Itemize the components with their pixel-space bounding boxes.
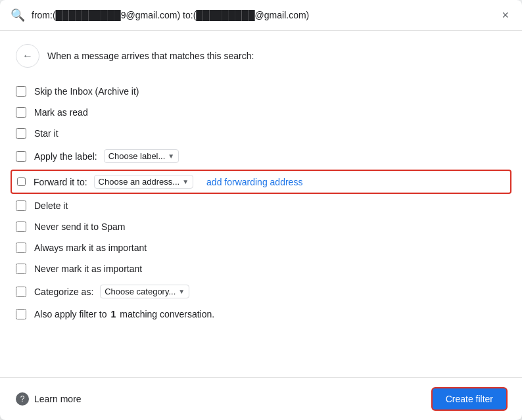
- checkbox-also-apply[interactable]: [16, 309, 26, 319]
- checkbox-never-spam[interactable]: [16, 222, 26, 232]
- choose-address-arrow: ▼: [182, 178, 189, 185]
- choose-category-text: Choose category...: [105, 287, 176, 296]
- label-forward-it: Forward it to: Choose an address... ▼: [34, 175, 193, 189]
- search-icon: 🔍: [11, 8, 25, 22]
- forward-it-inner: Forward it to: Choose an address... ▼ ad…: [17, 175, 505, 189]
- checkbox-delete-it[interactable]: [16, 200, 26, 211]
- add-forwarding-address-link[interactable]: add forwarding address: [206, 177, 302, 187]
- option-row-always-important: Always mark it as important: [16, 237, 506, 258]
- option-row-also-apply: Also apply filter to 1 matching conversa…: [16, 304, 506, 325]
- checkbox-forward-it[interactable]: [17, 177, 26, 186]
- label-mark-read: Mark as read: [34, 107, 88, 118]
- choose-address-text: Choose an address...: [99, 177, 180, 187]
- search-query: from:(██████████9@gmail.com) to:(███████…: [32, 10, 492, 20]
- help-icon[interactable]: ?: [16, 392, 29, 406]
- option-row-delete-it: Delete it: [16, 195, 506, 216]
- close-button[interactable]: ×: [499, 7, 511, 24]
- label-delete-it: Delete it: [34, 200, 68, 211]
- label-also-apply: Also apply filter to 1 matching conversa…: [34, 309, 214, 319]
- label-star-it: Star it: [34, 128, 59, 139]
- label-skip-inbox: Skip the Inbox (Archive it): [34, 86, 139, 97]
- option-row-skip-inbox: Skip the Inbox (Archive it): [16, 81, 506, 102]
- options-list: Skip the Inbox (Archive it) Mark as read…: [16, 81, 506, 325]
- checkbox-categorize-as[interactable]: [16, 287, 26, 297]
- label-categorize-as: Categorize as: Choose category... ▼: [34, 285, 189, 298]
- label-never-spam: Never send it to Spam: [34, 222, 126, 232]
- filter-dialog: 🔍 from:(██████████9@gmail.com) to:(█████…: [0, 0, 522, 420]
- checkbox-always-important[interactable]: [16, 243, 26, 253]
- forward-it-row-highlighted: Forward it to: Choose an address... ▼ ad…: [11, 170, 511, 194]
- option-row-apply-label: Apply the label: Choose label... ▼: [16, 144, 506, 168]
- header-row: ← When a message arrives that matches th…: [16, 44, 506, 68]
- choose-category-arrow: ▼: [178, 288, 185, 295]
- option-row-never-spam: Never send it to Spam: [16, 216, 506, 237]
- dialog-footer: ? Learn more Create filter: [0, 377, 522, 420]
- checkbox-skip-inbox[interactable]: [16, 86, 26, 97]
- choose-label-dropdown[interactable]: Choose label... ▼: [104, 149, 179, 163]
- choose-label-text: Choose label...: [108, 151, 166, 161]
- option-row-star-it: Star it: [16, 123, 506, 144]
- header-description: When a message arrives that matches this…: [47, 51, 254, 61]
- label-always-important: Always mark it as important: [34, 243, 147, 253]
- matching-count: 1: [111, 309, 116, 319]
- option-row-categorize-as: Categorize as: Choose category... ▼: [16, 279, 506, 304]
- option-row-mark-read: Mark as read: [16, 102, 506, 123]
- option-row-never-important: Never mark it as important: [16, 258, 506, 279]
- learn-more-label: Learn more: [34, 394, 82, 404]
- checkbox-apply-label[interactable]: [16, 151, 26, 162]
- choose-address-dropdown[interactable]: Choose an address... ▼: [94, 175, 193, 189]
- learn-more-section: ? Learn more: [16, 392, 82, 406]
- checkbox-star-it[interactable]: [16, 128, 26, 139]
- create-filter-button[interactable]: Create filter: [433, 388, 506, 409]
- label-apply-label: Apply the label: Choose label... ▼: [34, 149, 179, 163]
- choose-label-arrow: ▼: [168, 152, 174, 160]
- label-never-important: Never mark it as important: [34, 264, 142, 274]
- checkbox-mark-read[interactable]: [16, 107, 26, 118]
- back-button[interactable]: ←: [16, 44, 39, 68]
- choose-category-dropdown[interactable]: Choose category... ▼: [100, 285, 189, 298]
- search-bar: 🔍 from:(██████████9@gmail.com) to:(█████…: [0, 0, 522, 31]
- checkbox-never-important[interactable]: [16, 264, 26, 274]
- dialog-content: ← When a message arrives that matches th…: [0, 31, 522, 377]
